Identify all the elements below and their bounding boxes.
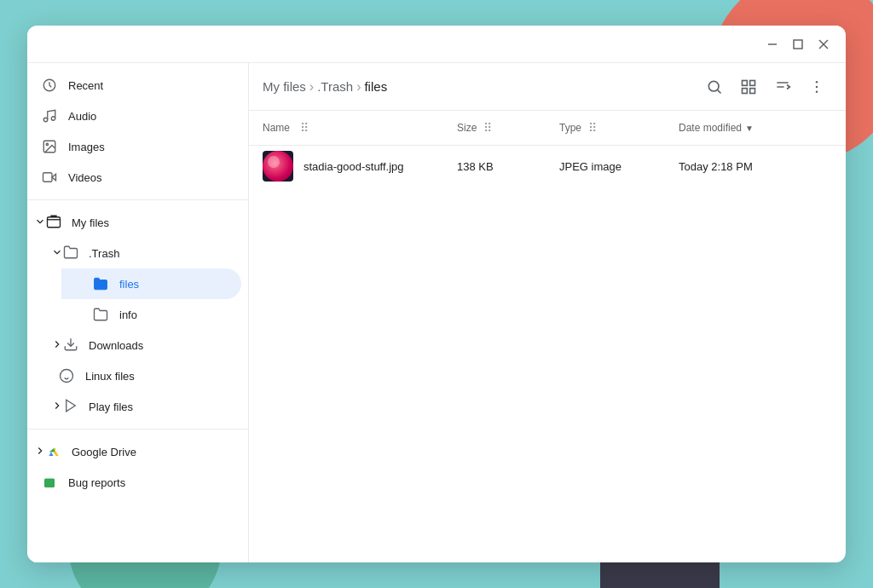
svg-rect-15 xyxy=(44,479,55,488)
svg-point-8 xyxy=(46,143,48,145)
sidebar-item-recent[interactable]: Recent xyxy=(27,70,241,101)
svg-point-16 xyxy=(708,81,719,91)
col-size-drag: ⠿ xyxy=(480,118,495,138)
maximize-button[interactable] xyxy=(786,32,810,56)
sidebar-item-my-files[interactable]: My files xyxy=(27,207,248,238)
play-files-chevron-icon xyxy=(51,400,63,414)
google-drive-chevron-icon xyxy=(34,445,46,459)
sidebar-divider-2 xyxy=(27,429,248,429)
stadia-thumb xyxy=(263,151,293,182)
file-date: Today 2:18 PM xyxy=(679,160,832,173)
svg-point-25 xyxy=(816,85,818,88)
bug-reports-icon xyxy=(41,474,58,491)
titlebar xyxy=(27,26,846,63)
col-name-label: Name xyxy=(263,122,290,134)
svg-rect-20 xyxy=(743,88,748,93)
my-files-chevron-icon xyxy=(34,216,46,230)
breadcrumb: My files › .Trash › files xyxy=(263,79,696,95)
toolbar: My files › .Trash › files xyxy=(249,63,846,111)
sidebar-item-trash[interactable]: .Trash xyxy=(44,238,248,268)
trash-folder-icon xyxy=(63,245,78,262)
sidebar-item-bug-reports[interactable]: Bug reports xyxy=(27,467,241,498)
svg-rect-18 xyxy=(743,80,748,85)
col-type-label: Type xyxy=(559,122,581,134)
sidebar-divider-1 xyxy=(27,199,248,200)
breadcrumb-current: files xyxy=(364,79,387,94)
sidebar-item-linux-files[interactable]: Linux files xyxy=(27,360,241,391)
sidebar-item-files[interactable]: files xyxy=(61,268,241,299)
svg-point-6 xyxy=(51,117,55,121)
breadcrumb-trash[interactable]: .Trash xyxy=(317,79,353,94)
app-window: Recent Audio xyxy=(27,26,846,562)
col-type-drag: ⠿ xyxy=(585,118,600,138)
col-date-label: Date modified xyxy=(679,122,742,134)
sidebar-label-files: files xyxy=(119,278,139,291)
sidebar-label-my-files: My files xyxy=(72,216,109,229)
svg-rect-1 xyxy=(794,40,802,49)
breadcrumb-sep-2: › xyxy=(356,79,361,95)
date-sort-icon: ▼ xyxy=(745,124,754,133)
sidebar-downloads-group: Downloads xyxy=(27,330,248,360)
more-options-button[interactable] xyxy=(801,72,832,102)
svg-rect-21 xyxy=(750,88,755,93)
right-panel: My files › .Trash › files xyxy=(249,63,846,562)
svg-rect-19 xyxy=(750,80,755,85)
file-size: 138 KB xyxy=(457,160,559,173)
sidebar-label-downloads: Downloads xyxy=(89,339,143,352)
col-size-label: Size xyxy=(457,122,477,134)
audio-icon xyxy=(41,107,58,124)
main-content: Recent Audio xyxy=(27,63,846,562)
toolbar-actions xyxy=(699,72,832,102)
sidebar-label-bug-reports: Bug reports xyxy=(68,476,125,489)
sidebar-item-info[interactable]: info xyxy=(61,299,241,330)
file-name-cell: stadia-good-stuff.jpg xyxy=(263,151,457,182)
sidebar-item-google-drive[interactable]: Google Drive xyxy=(27,436,248,467)
sort-button[interactable] xyxy=(767,72,798,102)
svg-line-17 xyxy=(718,89,721,93)
sidebar-label-play-files: Play files xyxy=(89,401,133,413)
file-name: stadia-good-stuff.jpg xyxy=(304,160,404,173)
file-thumbnail xyxy=(263,151,293,182)
sidebar-play-files-group: Play files xyxy=(27,391,248,422)
svg-marker-14 xyxy=(66,400,76,412)
file-list: Name ⠿ Size ⠿ Type ⠿ Date modified ▼ xyxy=(249,111,846,562)
files-folder-icon xyxy=(92,275,109,292)
grid-view-button[interactable] xyxy=(733,72,764,102)
sidebar-label-info: info xyxy=(119,308,137,321)
my-files-icon xyxy=(46,214,61,232)
svg-point-5 xyxy=(43,118,48,122)
sidebar-label-videos: Videos xyxy=(68,171,102,184)
file-type: JPEG image xyxy=(559,160,679,173)
recent-icon xyxy=(41,77,58,94)
downloads-chevron-icon xyxy=(51,338,63,353)
sidebar: Recent Audio xyxy=(27,63,249,562)
sidebar-label-audio: Audio xyxy=(68,110,96,123)
sidebar-item-audio[interactable]: Audio xyxy=(27,101,241,131)
breadcrumb-sep-1: › xyxy=(309,79,314,95)
trash-chevron-icon xyxy=(51,246,63,261)
play-files-icon xyxy=(63,398,78,416)
minimize-button[interactable] xyxy=(760,32,784,56)
close-button[interactable] xyxy=(812,32,835,56)
sidebar-item-videos[interactable]: Videos xyxy=(27,162,241,193)
sidebar-trash-group: .Trash files xyxy=(27,238,248,330)
sidebar-trash-children: files info xyxy=(44,268,248,330)
sidebar-item-images[interactable]: Images xyxy=(27,131,241,162)
sidebar-item-play-files[interactable]: Play files xyxy=(44,391,248,422)
images-icon xyxy=(41,138,58,155)
search-button[interactable] xyxy=(699,72,730,102)
sidebar-label-linux-files: Linux files xyxy=(85,370,135,383)
sidebar-label-recent: Recent xyxy=(68,79,103,92)
svg-rect-9 xyxy=(43,173,53,182)
google-drive-icon xyxy=(46,443,61,461)
table-row[interactable]: stadia-good-stuff.jpg 138 KB JPEG image … xyxy=(249,146,846,187)
linux-icon xyxy=(58,367,75,384)
svg-rect-11 xyxy=(48,216,61,227)
sidebar-item-downloads[interactable]: Downloads xyxy=(44,330,248,360)
file-list-header: Name ⠿ Size ⠿ Type ⠿ Date modified ▼ xyxy=(249,111,846,146)
downloads-icon xyxy=(63,337,78,355)
breadcrumb-my-files[interactable]: My files xyxy=(263,79,306,94)
svg-point-24 xyxy=(816,80,818,83)
col-name-drag: ⠿ xyxy=(297,118,312,138)
info-folder-icon xyxy=(92,306,109,323)
